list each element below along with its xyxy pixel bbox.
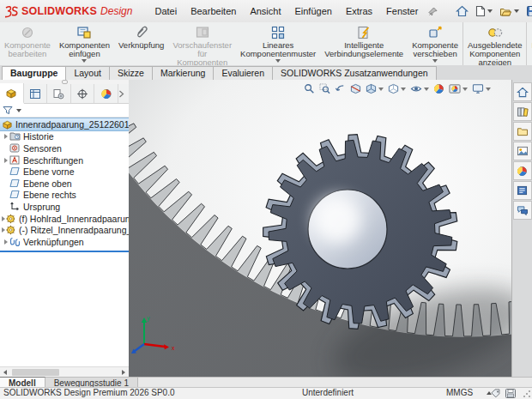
smart-fasteners-button[interactable]: Intelligente Verbindungselemente [320, 22, 408, 65]
linear-pattern-icon [270, 25, 286, 40]
open-button[interactable] [497, 4, 522, 19]
scrollbar-thumb[interactable] [12, 369, 59, 376]
new-document-button[interactable] [473, 3, 495, 19]
rollback-bar[interactable] [0, 251, 129, 252]
view-palette-icon[interactable] [513, 142, 532, 160]
section-view-icon[interactable] [349, 82, 362, 95]
graphics-area[interactable]: xy [129, 80, 512, 378]
tab-evaluieren[interactable]: Evaluieren [213, 66, 273, 80]
unit-system-label: MMGS [446, 388, 473, 398]
filter-funnel-icon[interactable] [3, 106, 14, 115]
dimxpert-icon [76, 88, 88, 100]
svg-text:y: y [147, 315, 150, 322]
chevron-down-icon [432, 59, 438, 63]
mate-button[interactable]: Verknüpfung [114, 22, 168, 65]
property-manager-icon [29, 88, 41, 100]
tree-item-verknuepfungen[interactable]: Verknüpfungen [0, 236, 129, 248]
dimxpertmanager-tab[interactable] [71, 84, 95, 103]
insert-components-icon [76, 25, 92, 40]
design-library-icon[interactable] [513, 102, 532, 121]
chevron-down-icon [486, 88, 491, 91]
edit-component-button[interactable]: Komponente bearbeiten [0, 22, 55, 65]
pin-menu-icon[interactable] [428, 7, 438, 16]
edit-component-icon [20, 25, 35, 40]
component-preview-window-button[interactable]: Vorschaufenster für Komponenten [168, 22, 236, 65]
tree-item-ursprung[interactable]: Ursprung [0, 201, 129, 213]
product-version-label: SOLIDWORKS Design Premium 2026 SP0.0 [3, 388, 175, 398]
smart-fasteners-icon [356, 25, 372, 40]
tree-item-ebene-rechts[interactable]: Ebene rechts [0, 190, 129, 202]
menu-extras[interactable]: Extras [339, 1, 379, 22]
zoom-fit-icon[interactable] [303, 82, 316, 95]
plane-icon [9, 166, 21, 177]
unit-system-selector[interactable]: MMGS [446, 388, 492, 398]
assembly-features-button[interactable]: Baugruppen-Features [527, 22, 532, 65]
menu-datei[interactable]: Datei [148, 1, 184, 22]
tree-item-label: Ebene oben [23, 178, 72, 189]
configurationmanager-tab[interactable] [47, 84, 71, 103]
ribbon-button-label: Lineares Komponentenmuster [240, 41, 316, 58]
tree-item-beschriftungen[interactable]: Beschriftungen [0, 154, 129, 166]
tag-icon[interactable] [491, 389, 501, 398]
featuremanager-tab[interactable] [0, 83, 24, 104]
manager-tab-bar [0, 84, 129, 104]
tab-zusatzanwendungen[interactable]: SOLIDWORKS Zusatzanwendungen [272, 66, 437, 80]
title-bar: SOLIDWORKS Design Datei Bearbeiten Ansic… [0, 0, 532, 23]
mates-icon [9, 237, 21, 247]
insert-components-button[interactable]: Komponenten einfügen [55, 22, 114, 65]
menu-ansicht[interactable]: Ansicht [243, 1, 287, 22]
viewport-3d-model[interactable]: xy [129, 80, 512, 378]
solidworks-logo-icon [4, 5, 19, 18]
show-hidden-components-button[interactable]: Ausgeblendete Komponenten anzeigen [463, 22, 527, 65]
tab-baugruppe[interactable]: Baugruppe [2, 66, 66, 80]
menu-bearbeiten[interactable]: Bearbeiten [184, 1, 243, 22]
save-button[interactable] [523, 3, 532, 19]
custom-properties-icon[interactable] [513, 181, 532, 200]
resize-grip[interactable] [523, 390, 531, 398]
linear-component-pattern-button[interactable]: Lineares Komponentenmuster [236, 22, 320, 65]
previous-view-icon[interactable] [334, 82, 347, 95]
expand-arrow-icon[interactable] [4, 134, 8, 139]
expand-arrow-icon[interactable] [4, 239, 8, 245]
tree-root-assembly[interactable]: Innenradpaarung_25122601 (Standard [0, 118, 129, 131]
home-button[interactable] [453, 3, 471, 19]
solidworks-window: { "window": { "brand": "SOLIDWORKS", "br… [0, 0, 532, 399]
file-explorer-icon[interactable] [513, 122, 532, 141]
tree-item-ebene-vorne[interactable]: Ebene vorne [0, 166, 129, 178]
editing-status-icon[interactable] [505, 389, 516, 398]
view-settings-icon[interactable] [471, 82, 492, 95]
sensors-icon [9, 143, 21, 154]
tab-markierung[interactable]: Markierung [152, 66, 215, 80]
tree-item-ebene-oben[interactable]: Ebene oben [0, 178, 129, 190]
tree-item-historie[interactable]: Historie [0, 131, 129, 143]
chevron-down-icon [82, 59, 87, 63]
forum-icon[interactable] [513, 201, 532, 220]
tree-item-hohlrad[interactable]: (f) Hohlrad_Innenradpaarung_251 [0, 213, 129, 225]
view-orientation-icon[interactable] [365, 82, 384, 95]
menu-einfuegen[interactable]: Einfügen [287, 1, 338, 22]
chevron-down-icon [514, 9, 519, 13]
edit-appearance-icon[interactable] [432, 82, 445, 95]
mate-paperclip-icon [134, 25, 149, 40]
expand-arrow-icon[interactable] [4, 158, 8, 163]
propertymanager-tab[interactable] [24, 84, 48, 103]
appearances-scenes-icon[interactable] [513, 161, 532, 180]
menu-fenster[interactable]: Fenster [379, 1, 425, 22]
hide-show-items-icon[interactable] [409, 82, 430, 95]
tree-item-ritzel[interactable]: (-) Ritzel_Innenradpaarung_25121 [0, 224, 129, 236]
home-tab-icon[interactable] [513, 82, 532, 101]
move-component-button[interactable]: Komponente verschieben [408, 22, 463, 65]
brand-edition: Design [100, 5, 132, 17]
apply-scene-icon[interactable] [448, 82, 469, 95]
tab-layout[interactable]: Layout [65, 66, 110, 80]
ribbon-button-label: Verknüpfung [118, 41, 164, 50]
tab-skizze[interactable]: Skizze [109, 66, 153, 80]
tree-item-sensoren[interactable]: Sensoren [0, 142, 129, 154]
show-hidden-components-icon [487, 25, 503, 40]
display-style-icon[interactable] [387, 82, 407, 95]
ribbon-button-label: Ausgeblendete Komponenten anzeigen [468, 41, 522, 67]
displaymanager-tab[interactable] [94, 84, 118, 103]
chevron-down-icon[interactable] [16, 109, 21, 112]
manager-tab-overflow[interactable] [118, 90, 129, 98]
zoom-area-icon[interactable] [318, 82, 331, 95]
